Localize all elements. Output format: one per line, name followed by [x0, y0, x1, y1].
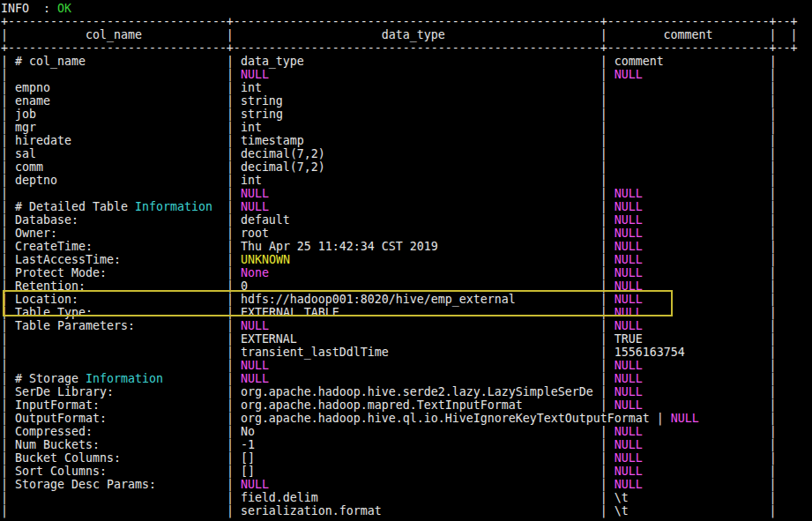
table-row: | ename | string | | [1, 94, 798, 108]
table-row: | OutputFormat: | org.apache.hadoop.hive… [1, 412, 798, 425]
table-row: | # Detailed Table Information | NULL | … [1, 200, 798, 213]
table-row: | | serialization.format | \t | [1, 504, 798, 517]
table-row: | Database: | default | NULL | [1, 213, 798, 227]
table-row: | Table Parameters: | NULL | NULL | [1, 319, 798, 332]
table-row: | Protect Mode: | None | NULL | [1, 266, 798, 279]
table-row: | | field.delim | \t | [1, 491, 798, 504]
table-row: | job | string | | [1, 108, 798, 121]
table-row: | deptno | int | | [1, 174, 798, 187]
table-row: | Retention: | 0 | NULL | [1, 279, 798, 293]
table-row: | Compressed: | No | NULL | [1, 425, 798, 438]
table-row: | col_name | data_type | comment | | [1, 28, 798, 41]
terminal-window[interactable]: INFO : OK +-----------------------------… [0, 0, 812, 521]
table-row: | Bucket Columns: | [] | NULL | [1, 451, 798, 465]
table-row: | hiredate | timestamp | | [1, 134, 798, 147]
table-row: | SerDe Library: | org.apache.hadoop.hiv… [1, 385, 798, 398]
table-row: | CreateTime: | Thu Apr 25 11:42:34 CST … [1, 240, 798, 253]
status-line: INFO : OK [1, 2, 798, 15]
table-row: +-------------------------------+-------… [1, 15, 798, 28]
table-row: | | NULL | NULL | [1, 187, 798, 200]
table-row: | mgr | int | | [1, 121, 798, 134]
log-level: INFO : [1, 2, 57, 15]
terminal-output: INFO : OK +-----------------------------… [1, 2, 798, 517]
table-row: | InputFormat: | org.apache.hadoop.mapre… [1, 398, 798, 412]
hive-describe-table: +-------------------------------+-------… [1, 15, 798, 517]
table-row: | Owner: | root | NULL | [1, 227, 798, 240]
table-row: | sal | decimal(7,2) | | [1, 147, 798, 160]
table-row: | Num Buckets: | -1 | NULL | [1, 438, 798, 451]
table-row: | LastAccessTime: | UNKNOWN | NULL | [1, 253, 798, 266]
table-row: | Storage Desc Params: | NULL | NULL | [1, 478, 798, 491]
table-row: | empno | int | | [1, 81, 798, 94]
table-row: | | transient_lastDdlTime | 1556163754 | [1, 346, 798, 359]
table-row: +-------------------------------+-------… [1, 41, 798, 55]
table-row: | Location: | hdfs://hadoop001:8020/hive… [1, 293, 798, 306]
table-row: | | NULL | NULL | [1, 68, 798, 81]
table-row: | comm | decimal(7,2) | | [1, 160, 798, 174]
table-row: | Table Type: | EXTERNAL TABLE | NULL | [1, 306, 798, 319]
table-row: | Sort Columns: | [] | NULL | [1, 465, 798, 478]
table-row: | | NULL | NULL | [1, 359, 798, 372]
status-ok: OK [57, 2, 71, 15]
table-row: | # Storage Information | NULL | NULL | [1, 372, 798, 385]
table-row: | | EXTERNAL | TRUE | [1, 332, 798, 346]
table-row: | # col_name | data_type | comment | [1, 55, 798, 68]
